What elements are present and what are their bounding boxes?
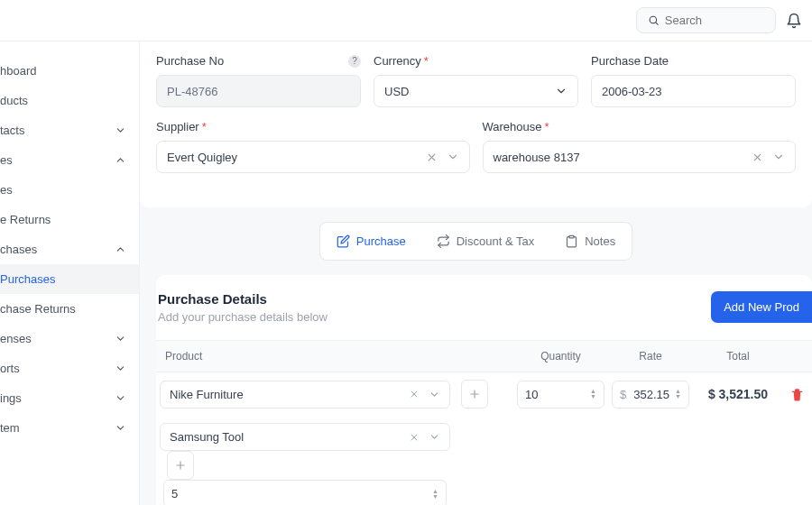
edit-icon (337, 234, 350, 248)
details-title: Purchase Details (158, 291, 328, 307)
col-quantity: Quantity (513, 350, 608, 363)
quantity-stepper[interactable]: 5▲▼ (163, 480, 447, 505)
warehouse-label: Warehouse* (483, 120, 797, 133)
chevron-down-icon (772, 151, 785, 163)
purchase-date-label: Purchase Date (591, 54, 796, 68)
add-product-button[interactable]: Add New Prod (711, 291, 812, 323)
sidebar-item-expenses[interactable]: enses (0, 324, 139, 354)
tab-notes[interactable]: Notes (552, 226, 628, 256)
purchase-no-label: Purchase No? (156, 54, 361, 68)
chevron-down-icon (114, 124, 126, 137)
details-subtitle: Add your purchase details below (158, 310, 328, 324)
sidebar-item-purchase-returns[interactable]: chase Returns (0, 294, 139, 324)
plus-icon (468, 388, 481, 400)
chevron-down-icon (114, 392, 126, 405)
purchase-date-input[interactable]: 2006-03-23 (591, 75, 796, 107)
chevron-down-icon (429, 389, 440, 400)
purchase-no-input: PL-48766 (156, 75, 361, 107)
product-select[interactable]: Nike Furniture (160, 381, 450, 409)
col-total: Total (693, 350, 783, 363)
row-total: $ 3,521.50 (693, 387, 783, 401)
bell-icon (786, 13, 802, 29)
delete-row-button[interactable] (783, 388, 810, 401)
chevron-up-icon (114, 243, 126, 256)
supplier-combo[interactable]: Evert Quigley (156, 141, 470, 173)
search-input-wrap[interactable] (636, 7, 776, 33)
sidebar-item-es2[interactable]: es (0, 175, 139, 205)
sidebar: hboard ducts tacts es es e Returns chase… (0, 41, 140, 505)
trash-icon (790, 388, 804, 401)
search-icon (648, 14, 660, 27)
chevron-down-icon (555, 85, 567, 97)
chevron-down-icon (447, 151, 459, 163)
svg-rect-6 (569, 235, 574, 238)
tab-purchase[interactable]: Purchase (324, 226, 419, 256)
close-icon[interactable] (409, 389, 420, 399)
table-row: Nike Furniture 10▲▼ $352.15▲▼ $ 3,521.50 (156, 372, 812, 416)
sidebar-item-contacts[interactable]: tacts (0, 115, 139, 145)
close-icon[interactable] (409, 432, 420, 443)
sidebar-item-purchases[interactable]: Purchases (0, 264, 139, 294)
currency-label: Currency* (374, 54, 578, 68)
currency-select[interactable]: USD (374, 75, 578, 107)
chevron-up-icon (114, 154, 126, 167)
plus-icon (174, 459, 187, 472)
quantity-stepper[interactable]: 10▲▼ (517, 381, 604, 409)
warehouse-combo[interactable]: warehouse 8137 (483, 141, 797, 173)
product-select[interactable]: Samsung Tool (160, 423, 450, 451)
chevron-down-icon (114, 363, 126, 375)
help-icon[interactable]: ? (348, 55, 361, 68)
table-row: Samsung Tool 5▲▼ $345.65▲▼ $ 1,728.25 (156, 416, 812, 505)
search-input[interactable] (665, 14, 764, 27)
sidebar-item-dashboard[interactable]: hboard (0, 56, 139, 86)
swap-icon (437, 234, 450, 248)
sidebar-item-system[interactable]: tem (0, 413, 139, 443)
chevron-down-icon (114, 422, 126, 435)
sidebar-item-purchases-parent[interactable]: chases (0, 234, 139, 264)
sidebar-item-es1[interactable]: es (0, 145, 139, 175)
main-content: Purchase No? PL-48766 Currency* USD Purc… (140, 41, 812, 505)
sidebar-item-returns[interactable]: e Returns (0, 205, 139, 234)
sidebar-item-reports[interactable]: orts (0, 354, 139, 383)
add-variant-button[interactable] (461, 380, 488, 409)
sidebar-item-products[interactable]: ducts (0, 86, 139, 115)
col-rate: Rate (608, 350, 693, 363)
close-icon[interactable] (752, 152, 763, 163)
rate-input[interactable]: $352.15▲▼ (612, 381, 689, 409)
tabs: Purchase Discount & Tax Notes (319, 222, 632, 261)
sidebar-item-settings[interactable]: ings (0, 383, 139, 413)
form-card: Purchase No? PL-48766 Currency* USD Purc… (140, 41, 812, 207)
add-variant-button[interactable] (167, 451, 194, 480)
stepper-icon[interactable]: ▲▼ (675, 389, 681, 399)
chevron-down-icon (429, 431, 440, 443)
close-icon[interactable] (426, 152, 438, 163)
notifications-button[interactable] (785, 12, 803, 30)
chevron-down-icon (114, 333, 126, 345)
stepper-icon[interactable]: ▲▼ (590, 389, 596, 399)
supplier-label: Supplier* (156, 120, 470, 133)
svg-line-1 (656, 23, 658, 24)
stepper-icon[interactable]: ▲▼ (432, 489, 438, 500)
details-card: Purchase Details Add your purchase detai… (156, 275, 812, 505)
clipboard-icon (565, 234, 578, 248)
tab-discount-tax[interactable]: Discount & Tax (424, 226, 547, 256)
col-product: Product (156, 350, 454, 363)
products-table: Product Quantity Rate Total Nike Furnitu… (156, 340, 812, 505)
